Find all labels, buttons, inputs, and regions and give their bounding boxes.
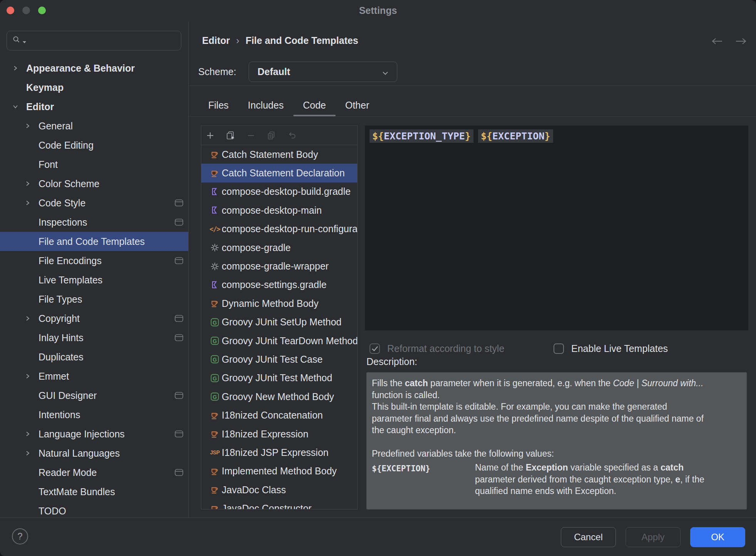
sidebar-item-editor[interactable]: Editor [0, 97, 188, 116]
template-item-compose-desktop-run-configuration[interactable]: </>compose-desktop-run-configuration [201, 220, 357, 238]
template-item-catch-statement-body[interactable]: Catch Statement Body [201, 145, 357, 164]
search-input[interactable] [28, 31, 181, 50]
checkbox-checked-icon[interactable] [370, 343, 380, 354]
sidebar-item-natural-languages[interactable]: Natural Languages [0, 444, 188, 463]
template-item-i18nized-jsp-expression[interactable]: JSPI18nized JSP Expression [201, 443, 357, 462]
sidebar-item-label: Natural Languages [38, 448, 120, 459]
sidebar-item-intentions[interactable]: Intentions [0, 405, 188, 424]
template-item-javadoc-class[interactable]: JavaDoc Class [201, 481, 357, 499]
chevron-right-icon[interactable] [24, 372, 38, 380]
chevron-right-icon[interactable] [24, 199, 38, 207]
tab-code[interactable]: Code [293, 94, 336, 116]
template-item-groovy-new-method-body[interactable]: GGroovy New Method Body [201, 387, 357, 406]
reformat-label: Reformat according to style [387, 343, 504, 354]
sidebar-item-live-templates[interactable]: Live Templates [0, 270, 188, 290]
template-editor[interactable]: ${EXCEPTION_TYPE}${EXCEPTION} [365, 126, 748, 330]
template-item-implemented-method-body[interactable]: Implemented Method Body [201, 462, 357, 481]
template-item-label: Groovy JUnit Test Method [222, 372, 332, 384]
add-button[interactable] [205, 131, 215, 141]
sidebar-item-inspections[interactable]: Inspections [0, 213, 188, 232]
sidebar-item-textmate-bundles[interactable]: TextMate Bundles [0, 482, 188, 501]
template-variable-token: ${EXCEPTION} [478, 129, 553, 143]
chevron-right-icon[interactable] [24, 449, 38, 457]
chevron-right-icon[interactable] [24, 180, 38, 188]
groovy-icon: G [210, 373, 220, 383]
chevron-right-icon[interactable] [12, 64, 26, 72]
sidebar-item-duplicates[interactable]: Duplicates [0, 347, 188, 367]
template-item-compose-desktop-build-gradle[interactable]: compose-desktop-build.gradle [201, 183, 357, 201]
help-icon[interactable]: ? [12, 528, 28, 544]
template-code-line: ${EXCEPTION_TYPE}${EXCEPTION} [370, 129, 744, 143]
checkbox-unchecked-icon[interactable] [554, 343, 564, 354]
sidebar-item-general[interactable]: General [0, 116, 188, 136]
sidebar-item-label: File and Code Templates [38, 236, 145, 247]
sidebar-item-emmet[interactable]: Emmet [0, 367, 188, 386]
sidebar-item-label: General [38, 121, 73, 132]
sidebar-item-keymap[interactable]: Keymap [0, 78, 188, 97]
template-item-catch-statement-declaration[interactable]: Catch Statement Declaration [201, 164, 357, 182]
sidebar-item-inlay-hints[interactable]: Inlay Hints [0, 328, 188, 347]
tab-includes[interactable]: Includes [238, 94, 293, 116]
dialog-buttons: CancelApplyOK [561, 527, 745, 547]
cancel-button[interactable]: Cancel [561, 527, 616, 547]
remove-button[interactable] [246, 131, 256, 141]
copy-button[interactable] [266, 131, 276, 141]
reformat-checkbox-option[interactable]: Reformat according to style [370, 338, 504, 359]
chevron-right-icon[interactable] [24, 122, 38, 130]
svg-text:G: G [213, 394, 217, 400]
sidebar-item-file-types[interactable]: File Types [0, 290, 188, 309]
sidebar-item-label: Code Style [38, 198, 85, 209]
chevron-right-icon[interactable] [24, 430, 38, 438]
tab-files[interactable]: Files [199, 94, 238, 116]
template-item-compose-desktop-main[interactable]: compose-desktop-main [201, 201, 357, 219]
create-child-template-button[interactable] [226, 131, 236, 141]
template-item-compose-gradle[interactable]: compose-gradle [201, 238, 357, 257]
variable-name: ${EXCEPTION} [372, 462, 475, 497]
template-item-label: Implemented Method Body [222, 466, 337, 477]
sidebar-item-appearance-behavior[interactable]: Appearance & Behavior [0, 59, 188, 78]
java-icon [210, 466, 220, 476]
sidebar-item-reader-mode[interactable]: Reader Mode [0, 463, 188, 482]
template-item-groovy-junit-test-method[interactable]: GGroovy JUnit Test Method [201, 369, 357, 387]
live-templates-checkbox-option[interactable]: Enable Live Templates [554, 338, 668, 359]
chevron-right-icon[interactable] [24, 315, 38, 322]
template-item-label: I18nized Concatenation [222, 410, 323, 421]
template-item-dynamic-method-body[interactable]: Dynamic Method Body [201, 294, 357, 313]
breadcrumb-editor[interactable]: Editor [202, 35, 230, 46]
description-panel: Fills the catch parameter when it is gen… [366, 372, 747, 509]
tab-other[interactable]: Other [336, 94, 379, 116]
template-item-label: Dynamic Method Body [222, 298, 319, 309]
sidebar-item-file-encodings[interactable]: File Encodings [0, 251, 188, 270]
svg-text:G: G [213, 319, 217, 325]
search-field[interactable] [7, 31, 181, 50]
ok-button[interactable]: OK [690, 527, 745, 547]
reset-to-default-button[interactable] [287, 131, 297, 141]
sidebar-item-todo[interactable]: TODO [0, 501, 188, 517]
template-item-compose-settings-gradle[interactable]: compose-settings.gradle [201, 276, 357, 294]
template-item-groovy-junit-setup-method[interactable]: GGroovy JUnit SetUp Method [201, 313, 357, 332]
template-list: Catch Statement BodyCatch Statement Decl… [201, 145, 357, 509]
sidebar-item-color-scheme[interactable]: Color Scheme [0, 174, 188, 193]
sidebar-item-code-style[interactable]: Code Style [0, 193, 188, 213]
scheme-dropdown[interactable]: Default [249, 62, 397, 82]
forward-arrow-icon[interactable] [734, 36, 748, 49]
sidebar-item-font[interactable]: Font [0, 155, 188, 174]
template-item-compose-gradle-wrapper[interactable]: compose-gradle-wrapper [201, 257, 357, 275]
apply-button[interactable]: Apply [626, 527, 681, 547]
sidebar-item-code-editing[interactable]: Code Editing [0, 136, 188, 155]
sidebar-item-file-and-code-templates[interactable]: File and Code Templates [0, 232, 188, 251]
template-item-groovy-junit-test-case[interactable]: GGroovy JUnit Test Case [201, 350, 357, 368]
template-item-groovy-junit-teardown-method[interactable]: GGroovy JUnit TearDown Method [201, 332, 357, 350]
back-arrow-icon[interactable] [710, 36, 724, 49]
variables-table: ${EXCEPTION}Name of the Exception variab… [372, 462, 709, 497]
java-icon [210, 504, 220, 509]
sidebar-item-gui-designer[interactable]: GUI Designer [0, 386, 188, 405]
search-options-arrow-icon[interactable] [22, 35, 27, 46]
sidebar-item-language-injections[interactable]: Language Injections [0, 424, 188, 444]
template-item-i18nized-concatenation[interactable]: I18nized Concatenation [201, 406, 357, 424]
sidebar-item-label: TextMate Bundles [38, 486, 115, 497]
sidebar-item-copyright[interactable]: Copyright [0, 309, 188, 328]
template-item-i18nized-expression[interactable]: I18nized Expression [201, 425, 357, 443]
template-item-javadoc-constructor[interactable]: JavaDoc Constructor [201, 499, 357, 509]
chevron-down-icon[interactable] [12, 103, 26, 111]
